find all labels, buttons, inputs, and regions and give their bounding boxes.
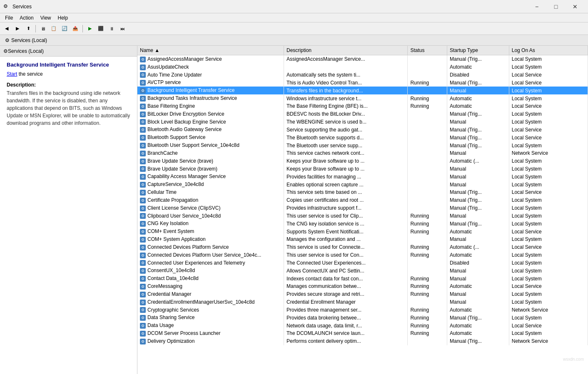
- table-row[interactable]: Connected Devices Platform ServiceThis s…: [137, 243, 588, 251]
- service-startup-cell: Manual (Trig...: [447, 196, 509, 204]
- table-row[interactable]: AVCTP serviceThis is Audio Video Control…: [137, 79, 588, 87]
- service-startup-cell: Automatic (...: [447, 243, 509, 251]
- toolbar-pause[interactable]: ⏸: [107, 24, 117, 33]
- service-icon: [140, 159, 146, 164]
- service-name-cell: Certificate Propagation: [137, 196, 284, 204]
- table-row[interactable]: Background Tasks Infrastructure ServiceW…: [137, 94, 588, 102]
- menu-file[interactable]: File: [2, 14, 16, 22]
- service-logon-cell: Network Service: [509, 306, 588, 314]
- window-title: Services: [12, 4, 527, 10]
- table-row[interactable]: COM+ Event SystemSupports System Event N…: [137, 228, 588, 235]
- toolbar-show-hide-console[interactable]: 🖥: [38, 24, 48, 33]
- toolbar-properties[interactable]: 📋: [49, 24, 59, 33]
- toolbar-up[interactable]: ⬆: [23, 24, 33, 33]
- table-row[interactable]: Bluetooth Support ServiceThe Bluetooth s…: [137, 134, 588, 141]
- table-row[interactable]: CoreMessagingManages communication betwe…: [137, 282, 588, 290]
- table-row[interactable]: Brave Update Service (brave)Keeps your B…: [137, 157, 588, 165]
- service-desc-cell: Supports System Event Notificati...: [284, 228, 407, 235]
- table-row[interactable]: Client License Service (ClipSVC)Provides…: [137, 204, 588, 212]
- menu-help[interactable]: Help: [55, 14, 72, 22]
- table-row[interactable]: Base Filtering EngineThe Base Filtering …: [137, 102, 588, 110]
- service-status-cell: Running: [408, 79, 447, 87]
- menu-action[interactable]: Action: [16, 14, 37, 22]
- col-header-logon[interactable]: Log On As: [509, 46, 588, 55]
- toolbar-export[interactable]: 📤: [70, 24, 80, 33]
- table-row[interactable]: COM+ System ApplicationManages the confi…: [137, 235, 588, 243]
- col-header-description[interactable]: Description: [284, 46, 407, 55]
- service-startup-cell: Automatic: [447, 102, 509, 110]
- table-row[interactable]: Auto Time Zone UpdaterAutomatically sets…: [137, 71, 588, 79]
- service-status-cell: [408, 126, 447, 134]
- service-startup-cell: Automatic: [447, 282, 509, 290]
- service-name-cell: Capability Access Manager Service: [137, 173, 284, 181]
- separator-2: [82, 25, 83, 32]
- table-row[interactable]: Data UsageNetwork data usage, data limit…: [137, 322, 588, 329]
- service-startup-cell: Automatic: [447, 251, 509, 259]
- table-row[interactable]: CNG Key IsolationThe CNG key isolation s…: [137, 220, 588, 228]
- nav-icon: ⚙: [5, 37, 10, 43]
- close-button[interactable]: ✕: [566, 0, 585, 13]
- col-header-startup[interactable]: Startup Type: [447, 46, 509, 55]
- table-row[interactable]: Data Sharing ServiceProvides data broker…: [137, 314, 588, 322]
- table-row[interactable]: Bluetooth Audio Gateway ServiceService s…: [137, 126, 588, 134]
- service-name-cell: Brave Update Service (brave): [137, 157, 284, 165]
- table-row[interactable]: Contact Data_10e4c8dIndexes contact data…: [137, 275, 588, 282]
- service-logon-cell: Local System: [509, 118, 588, 126]
- service-action-text: Start the service: [7, 71, 130, 77]
- toolbar-refresh[interactable]: 🔄: [60, 24, 70, 33]
- left-panel: ⚙ Services (Local) Background Intelligen…: [0, 46, 137, 374]
- service-icon: [140, 213, 146, 219]
- table-row[interactable]: Background Intelligent Transfer ServiceT…: [137, 87, 588, 94]
- service-icon: [140, 315, 146, 321]
- toolbar-back[interactable]: ◀: [2, 24, 12, 33]
- table-row[interactable]: Delivery OptimizationPerforms content de…: [137, 337, 588, 345]
- service-desc-cell: Provides secure storage and retri...: [284, 290, 407, 298]
- service-name-cell: CoreMessaging: [137, 282, 284, 290]
- table-row[interactable]: ConsentUX_10e4c8dAllows ConnectUX and PC…: [137, 267, 588, 275]
- table-row[interactable]: Certificate PropagationCopies user certi…: [137, 196, 588, 204]
- table-row[interactable]: AsusUpdateCheckAutomaticLocal System: [137, 63, 588, 71]
- service-status-cell: Running: [408, 322, 447, 329]
- table-row[interactable]: Cellular TimeThis service sets time base…: [137, 188, 588, 196]
- table-row[interactable]: BitLocker Drive Encryption ServiceBDESVC…: [137, 110, 588, 118]
- service-status-cell: [408, 118, 447, 126]
- table-row[interactable]: Connected User Experiences and Telemetry…: [137, 259, 588, 267]
- service-name-cell: Client License Service (ClipSVC): [137, 204, 284, 212]
- maximize-button[interactable]: □: [546, 0, 566, 13]
- service-startup-cell: Automatic: [447, 329, 509, 337]
- service-status-cell: [408, 71, 447, 79]
- table-row[interactable]: DCOM Server Process LauncherThe DCOMLAUN…: [137, 329, 588, 337]
- minimize-button[interactable]: −: [527, 0, 546, 13]
- toolbar-forward[interactable]: ▶: [12, 24, 22, 33]
- menu-view[interactable]: View: [37, 14, 55, 22]
- toolbar-stop[interactable]: ⬛: [96, 24, 106, 33]
- service-icon: [140, 119, 146, 125]
- table-row[interactable]: BranchCacheThis service caches network c…: [137, 149, 588, 157]
- table-row[interactable]: Credential ManagerProvides secure storag…: [137, 290, 588, 298]
- service-desc-cell: The DCOMLAUNCH service laun...: [284, 329, 407, 337]
- service-name-cell: Cryptographic Services: [137, 306, 284, 314]
- service-status-cell: [408, 134, 447, 141]
- service-desc-cell: The CNG key isolation service is ...: [284, 220, 407, 228]
- table-row[interactable]: CredentialEnrollmentManagerUserSvc_10e4c…: [137, 298, 588, 306]
- table-row[interactable]: AssignedAccessManager ServiceAssignedAcc…: [137, 55, 588, 63]
- toolbar-play[interactable]: ▶: [85, 24, 95, 33]
- nav-services-local[interactable]: ⚙ Services (Local): [2, 37, 50, 44]
- service-desc-cell: Provides data brokering betwee...: [284, 314, 407, 322]
- table-row[interactable]: Bluetooth User Support Service_10e4c8dTh…: [137, 141, 588, 149]
- table-row[interactable]: Block Level Backup Engine ServiceThe WBE…: [137, 118, 588, 126]
- services-table-container[interactable]: Name ▲ Description Status Startup Type: [137, 46, 588, 374]
- service-logon-cell: Local System: [509, 298, 588, 306]
- table-row[interactable]: Capability Access Manager ServiceProvide…: [137, 173, 588, 181]
- table-row[interactable]: Connected Devices Platform User Service_…: [137, 251, 588, 259]
- service-icon: [140, 221, 146, 227]
- table-row[interactable]: Clipboard User Service_10e4c8dThis user …: [137, 212, 588, 220]
- table-row[interactable]: CaptureService_10e4c8dEnables optional s…: [137, 181, 588, 188]
- service-logon-cell: Local System: [509, 196, 588, 204]
- col-header-name[interactable]: Name ▲: [137, 46, 284, 55]
- col-header-status[interactable]: Status: [408, 46, 447, 55]
- table-row[interactable]: Cryptographic ServicesProvides three man…: [137, 306, 588, 314]
- toolbar-restart[interactable]: ⏭: [117, 24, 127, 33]
- start-link[interactable]: Start: [7, 71, 17, 77]
- table-row[interactable]: Brave Update Service (bravem)Keeps your …: [137, 165, 588, 173]
